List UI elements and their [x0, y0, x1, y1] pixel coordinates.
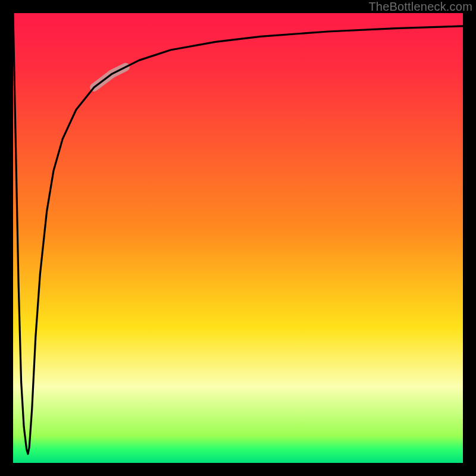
curve-layer [13, 13, 463, 463]
watermark-text: TheBottleneck.com [368, 0, 472, 14]
bottleneck-curve [13, 13, 463, 454]
plot-area [13, 13, 463, 463]
chart-frame: TheBottleneck.com [0, 0, 476, 476]
